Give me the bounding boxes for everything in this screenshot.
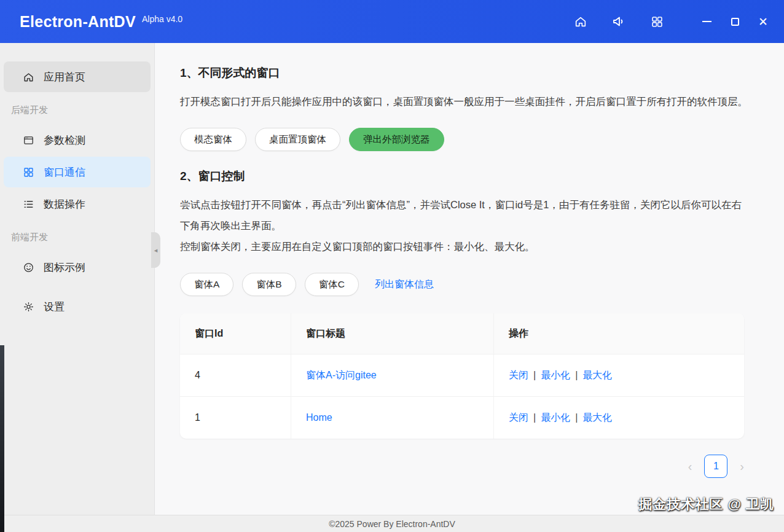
sidebar-group-backend: 后端开发: [0, 93, 154, 123]
sidebar-item-label: 参数检测: [44, 133, 85, 147]
column-header-actions: 操作: [493, 313, 744, 354]
browser-window-icon: [22, 134, 34, 146]
table-row: 4 窗体A-访问gitee 关闭 | 最小化 | 最大化: [180, 354, 744, 396]
windows-grid-icon: [22, 166, 34, 178]
section1-title: 1、不同形式的窗口: [180, 65, 759, 81]
action-separator: |: [533, 412, 536, 423]
window-title-link[interactable]: Home: [306, 412, 332, 423]
pagination-prev-icon[interactable]: ‹: [688, 460, 692, 472]
sidebar-collapse-handle[interactable]: ◂: [151, 232, 160, 268]
sidebar-item-label: 设置: [44, 300, 65, 314]
action-separator: |: [575, 412, 578, 423]
sidebar-item-settings[interactable]: 设置: [4, 291, 151, 322]
community-watermark: 掘金技术社区 @ 卫凯: [638, 495, 774, 514]
window-c-button[interactable]: 窗体C: [305, 273, 359, 296]
home-icon[interactable]: [570, 11, 591, 32]
sidebar-item-data-ops[interactable]: 数据操作: [4, 189, 151, 219]
pagination: ‹ 1 ›: [180, 455, 744, 478]
column-header-window-id: 窗口Id: [180, 313, 291, 354]
sidebar-item-label: 应用首页: [44, 70, 85, 84]
open-external-browser-button[interactable]: 弹出外部浏览器: [349, 128, 444, 151]
apps-grid-icon[interactable]: [646, 11, 667, 32]
action-separator: |: [575, 370, 578, 381]
windows-table: 窗口Id 窗口标题 操作 4 窗体A-访问gitee 关闭 | 最小化 | 最大…: [180, 313, 744, 439]
close-button[interactable]: ✕: [751, 9, 775, 34]
sidebar-item-label: 数据操作: [44, 197, 85, 211]
sidebar-item-app-home[interactable]: 应用首页: [4, 61, 151, 92]
close-icon: ✕: [758, 16, 768, 28]
maximize-icon: [731, 18, 739, 26]
titlebar: Electron-AntDV Alpha v4.0: [0, 0, 784, 43]
section2-title: 2、窗口控制: [180, 168, 759, 184]
pagination-page-1[interactable]: 1: [704, 455, 727, 478]
sidebar-item-label: 窗口通信: [44, 165, 85, 179]
sidebar-item-param-check[interactable]: 参数检测: [4, 125, 151, 155]
section2-buttons: 窗体A 窗体B 窗体C 列出窗体信息: [180, 273, 759, 296]
column-header-window-title: 窗口标题: [291, 313, 493, 354]
table-row: 1 Home 关闭 | 最小化 | 最大化: [180, 396, 744, 439]
close-window-link[interactable]: 关闭: [509, 369, 528, 382]
cell-window-title: Home: [291, 397, 493, 439]
sidebar: 应用首页 后端开发 参数检测 窗口通信: [0, 43, 155, 515]
window-b-button[interactable]: 窗体B: [242, 273, 296, 296]
minimize-window-link[interactable]: 最小化: [541, 369, 570, 382]
sidebar-item-window-communication[interactable]: 窗口通信: [4, 157, 151, 187]
section2-description-line2: 控制窗体关闭，主要应用在自定义窗口顶部的窗口按钮事件：最小化、最大化。: [180, 236, 751, 257]
titlebar-actions: ✕: [570, 9, 784, 34]
pagination-next-icon[interactable]: ›: [740, 460, 744, 472]
maximize-window-link[interactable]: 最大化: [582, 369, 612, 382]
main-content: 1、不同形式的窗口 打开模态窗口打开后只能操作应用中的该窗口，桌面置顶窗体一般应…: [155, 43, 784, 515]
home-icon: [22, 71, 34, 83]
maximize-button[interactable]: [723, 9, 747, 34]
footer: ©2025 Power By Electron-AntDV: [0, 515, 784, 532]
sidebar-item-icon-demo[interactable]: 图标示例: [4, 252, 151, 283]
gear-icon: [22, 300, 34, 313]
minimize-icon: [702, 21, 711, 22]
chevron-left-icon: ◂: [154, 246, 158, 254]
always-on-top-window-button[interactable]: 桌面置顶窗体: [255, 128, 340, 151]
cell-window-id: 4: [180, 354, 291, 396]
sidebar-group-frontend: 前端开发: [0, 221, 154, 251]
close-window-link[interactable]: 关闭: [509, 412, 528, 424]
minimize-window-link[interactable]: 最小化: [541, 412, 570, 424]
section2-description-line1: 尝试点击按钮打开不同窗体，再点击“列出窗体信息”，并尝试Close It，窗口i…: [180, 194, 751, 236]
maximize-window-link[interactable]: 最大化: [582, 412, 612, 424]
cell-actions: 关闭 | 最小化 | 最大化: [493, 354, 744, 396]
cell-window-title: 窗体A-访问gitee: [291, 354, 493, 396]
desktop-background-edge: [0, 345, 4, 532]
footer-text: ©2025 Power By Electron-AntDV: [329, 519, 455, 529]
app-title: Electron-AntDV: [20, 13, 136, 31]
modal-window-button[interactable]: 模态窗体: [180, 128, 246, 151]
sidebar-item-label: 图标示例: [44, 260, 85, 275]
action-separator: |: [533, 370, 536, 381]
list-icon: [22, 198, 34, 210]
smile-icon: [22, 261, 34, 273]
window-controls: ✕: [694, 9, 775, 34]
table-header-row: 窗口Id 窗口标题 操作: [180, 313, 744, 354]
announcement-icon[interactable]: [608, 11, 629, 32]
window-a-button[interactable]: 窗体A: [180, 273, 233, 296]
minimize-button[interactable]: [694, 9, 719, 34]
section1-buttons: 模态窗体 桌面置顶窗体 弹出外部浏览器: [180, 128, 759, 151]
app-version: Alpha v4.0: [142, 14, 182, 24]
section1-description: 打开模态窗口打开后只能操作应用中的该窗口，桌面置顶窗体一般应用于一些桌面挂件，开…: [180, 91, 751, 112]
window-title-link[interactable]: 窗体A-访问gitee: [306, 369, 377, 382]
cell-actions: 关闭 | 最小化 | 最大化: [493, 397, 744, 439]
list-window-info-link[interactable]: 列出窗体信息: [375, 278, 434, 291]
cell-window-id: 1: [180, 397, 291, 439]
